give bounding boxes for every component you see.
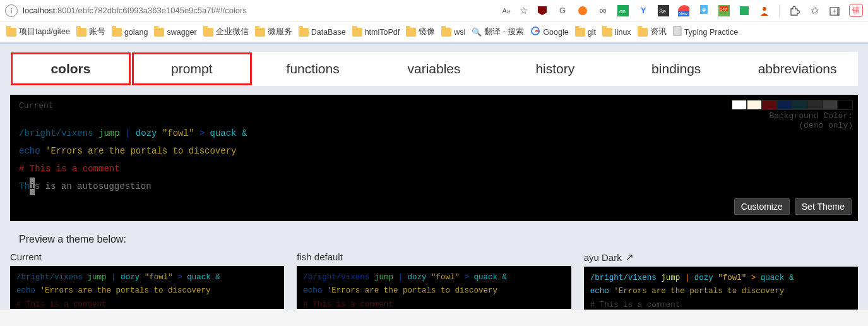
bookmark-label: git bbox=[588, 28, 596, 37]
folder-icon bbox=[112, 28, 122, 37]
extensions-icon[interactable] bbox=[788, 5, 800, 16]
favorite-icon[interactable]: ☆ bbox=[520, 5, 528, 16]
bgcolor-swatch[interactable] bbox=[807, 100, 823, 110]
bookmark-item[interactable]: 🔍翻译 - 搜索 bbox=[472, 27, 524, 37]
site-info-icon[interactable]: i bbox=[5, 4, 18, 17]
bookmark-label: swagger bbox=[167, 28, 196, 37]
tab-bindings[interactable]: bindings bbox=[615, 52, 737, 86]
svg-point-12 bbox=[763, 7, 766, 11]
bgcolor-swatch[interactable] bbox=[838, 100, 853, 110]
search-icon: 🔍 bbox=[472, 27, 482, 37]
bgcolor-swatch[interactable] bbox=[792, 100, 807, 110]
bgcolor-swatch[interactable] bbox=[777, 100, 792, 110]
bookmark-item[interactable]: git bbox=[575, 28, 596, 37]
ext-youdao-icon[interactable]: on bbox=[617, 5, 629, 16]
favorites-star-icon[interactable]: ✩ bbox=[809, 5, 820, 16]
bookmark-label: Google bbox=[543, 28, 568, 37]
bookmark-item[interactable]: 资讯 bbox=[638, 27, 667, 37]
bookmark-label: wsl bbox=[454, 28, 465, 37]
ext-off-icon[interactable]: OFF bbox=[718, 5, 730, 16]
svg-rect-11 bbox=[740, 6, 749, 15]
page-body: colorspromptfunctionsvariableshistorybin… bbox=[0, 43, 868, 310]
bookmark-item[interactable]: 账号 bbox=[76, 27, 105, 37]
theme-title: fish default bbox=[297, 251, 571, 262]
theme-terminal: /bright/vixens jump | dozy "fowl" > quac… bbox=[297, 266, 571, 309]
ext-download-icon[interactable] bbox=[698, 5, 710, 16]
ext-ublock-icon[interactable] bbox=[537, 5, 548, 16]
error-indicator[interactable]: 错 bbox=[849, 4, 863, 17]
theme-preview[interactable]: ayu Dark↗/bright/vixens jump | dozy "fow… bbox=[584, 251, 858, 310]
tab-abbreviations[interactable]: abbreviations bbox=[737, 52, 858, 86]
bookmark-label: 资讯 bbox=[650, 27, 667, 37]
bookmark-label: 微服务 bbox=[268, 27, 292, 37]
tab-prompt[interactable]: prompt bbox=[131, 52, 253, 86]
bookmark-item[interactable]: 微服务 bbox=[255, 27, 292, 37]
bgcolor-panel: Background Color: (demo only) bbox=[732, 100, 853, 130]
bookmark-label: htmlToPdf bbox=[365, 28, 400, 37]
folder-icon bbox=[602, 28, 612, 37]
bookmark-item[interactable]: linux bbox=[602, 28, 631, 37]
read-aloud-icon[interactable]: A» bbox=[502, 7, 511, 15]
theme-terminal: /bright/vixens jump | dozy "fowl" > quac… bbox=[584, 267, 858, 310]
bgcolor-swatch[interactable] bbox=[823, 100, 838, 110]
bookmark-item[interactable]: Google bbox=[530, 26, 568, 38]
term-line-2: echo 'Errors are the portals to discover… bbox=[19, 142, 849, 160]
theme-title: ayu Dark↗ bbox=[584, 251, 858, 263]
bookmark-label: linux bbox=[615, 28, 631, 37]
tab-variables[interactable]: variables bbox=[374, 52, 495, 86]
bookmarks-bar: 项目tapd/gitee账号golangswagger企业微信微服务DataBa… bbox=[0, 21, 868, 43]
theme-terminal: /bright/vixens jump | dozy "fowl" > quac… bbox=[10, 266, 284, 309]
theme-preview[interactable]: Current/bright/vixens jump | dozy "fowl"… bbox=[10, 251, 284, 310]
folder-icon bbox=[575, 28, 585, 37]
ext-selenium-icon[interactable]: Se bbox=[658, 5, 669, 16]
term-line-3: # This is a comment bbox=[19, 160, 849, 178]
bookmark-item[interactable]: wsl bbox=[441, 28, 465, 37]
page-icon bbox=[673, 26, 682, 38]
folder-icon bbox=[441, 28, 451, 37]
set-theme-button[interactable]: Set Theme bbox=[795, 198, 852, 215]
bookmark-label: Typing Practice bbox=[684, 28, 738, 37]
folder-icon bbox=[299, 28, 309, 37]
tab-colors[interactable]: colors bbox=[10, 52, 131, 86]
tab-history[interactable]: history bbox=[494, 52, 615, 86]
divider bbox=[779, 4, 780, 17]
theme-preview[interactable]: fish default/bright/vixens jump | dozy "… bbox=[297, 251, 571, 310]
ext-orange-icon[interactable] bbox=[577, 5, 588, 16]
ext-y-icon[interactable]: Y bbox=[638, 5, 649, 16]
bgcolor-swatches bbox=[732, 100, 853, 110]
cursor: i bbox=[30, 178, 35, 195]
svg-point-0 bbox=[578, 6, 587, 15]
tab-functions[interactable]: functions bbox=[253, 52, 374, 86]
url-host: localhost bbox=[23, 6, 55, 15]
ext-new-icon[interactable]: New bbox=[678, 5, 689, 16]
svg-text:OFF: OFF bbox=[720, 8, 727, 11]
terminal-buttons: Customize Set Theme bbox=[734, 198, 852, 215]
bgcolor-swatch[interactable] bbox=[732, 100, 747, 110]
bookmark-item[interactable]: golang bbox=[112, 28, 148, 37]
bookmark-label: 项目tapd/gitee bbox=[19, 27, 70, 37]
customize-button[interactable]: Customize bbox=[734, 198, 790, 215]
bookmark-item[interactable]: swagger bbox=[154, 28, 196, 37]
ext-avatar-icon[interactable] bbox=[759, 5, 770, 16]
bgcolor-swatch[interactable] bbox=[762, 100, 777, 110]
ext-green-icon[interactable] bbox=[739, 5, 750, 16]
terminal-lines: /bright/vixens jump | dozy "fowl" > quac… bbox=[19, 124, 849, 195]
folder-icon bbox=[154, 28, 164, 37]
bookmark-item[interactable]: htmlToPdf bbox=[352, 28, 400, 37]
external-link-icon[interactable]: ↗ bbox=[626, 251, 634, 263]
bgcolor-swatch[interactable] bbox=[747, 100, 762, 110]
folder-icon bbox=[6, 28, 16, 37]
bookmark-item[interactable]: Typing Practice bbox=[673, 26, 738, 38]
folder-icon bbox=[638, 28, 648, 37]
ext-g-icon[interactable]: G bbox=[557, 5, 568, 16]
bookmark-item[interactable]: DataBase bbox=[299, 28, 346, 37]
bookmark-item[interactable]: 镜像 bbox=[406, 27, 435, 37]
bookmark-item[interactable]: 企业微信 bbox=[203, 27, 249, 37]
theme-previews: Current/bright/vixens jump | dozy "fowl"… bbox=[10, 251, 858, 310]
bookmark-label: DataBase bbox=[311, 28, 346, 37]
bookmark-item[interactable]: 项目tapd/gitee bbox=[6, 27, 70, 37]
collections-icon[interactable]: + bbox=[829, 5, 840, 16]
url-path: :8001/ebfc782dbfc6f993a363e1045e9c5a7f/#… bbox=[55, 6, 247, 15]
url-display[interactable]: localhost:8001/ebfc782dbfc6f993a363e1045… bbox=[23, 6, 247, 15]
ext-infinity-icon[interactable]: ∞ bbox=[597, 5, 609, 16]
